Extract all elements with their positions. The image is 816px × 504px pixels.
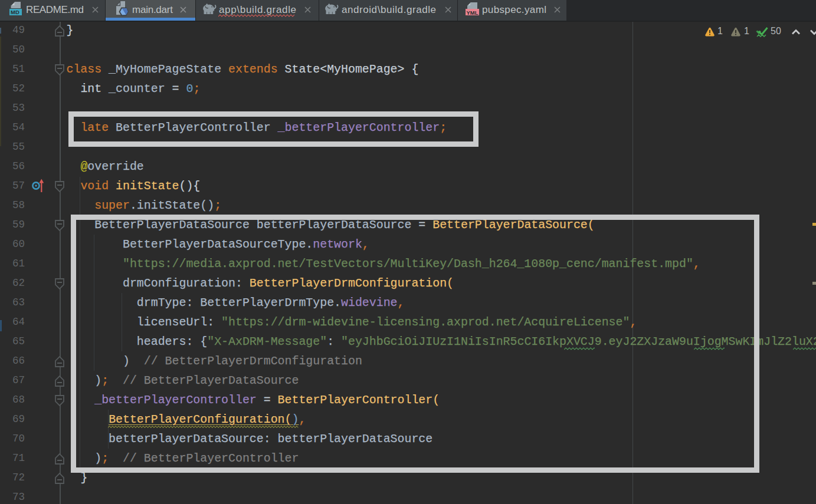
svg-text:YML: YML xyxy=(467,9,479,16)
svg-text:MD: MD xyxy=(11,9,19,15)
